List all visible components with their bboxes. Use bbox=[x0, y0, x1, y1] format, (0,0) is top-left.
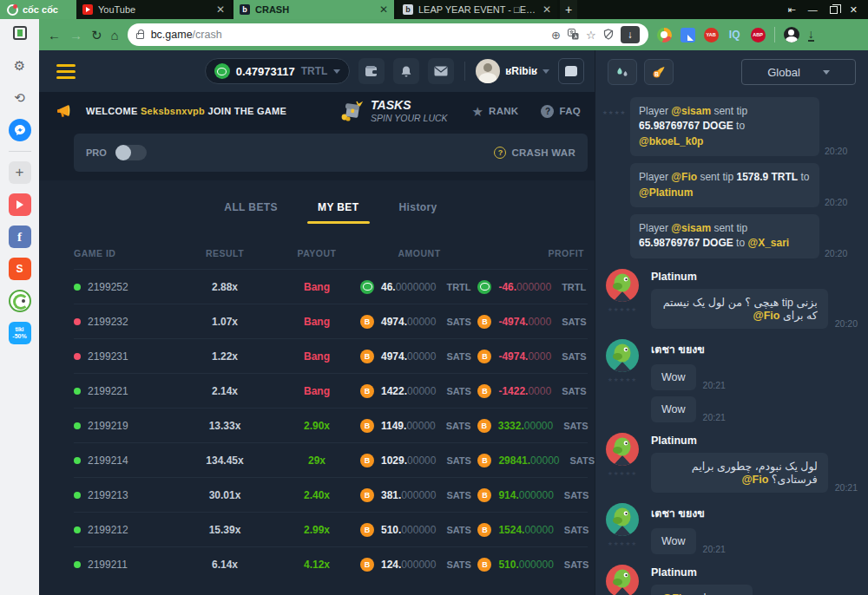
new-tab-button[interactable]: + bbox=[560, 0, 577, 19]
lock-icon[interactable] bbox=[136, 33, 144, 39]
chat-username[interactable]: Platinum bbox=[651, 566, 858, 579]
balance-selector[interactable]: 0.47973117 TRTL bbox=[205, 58, 351, 84]
chat-toggle-button[interactable] bbox=[558, 58, 584, 84]
zoom-page-icon[interactable]: ⊕ bbox=[551, 29, 561, 41]
tab-my-bet[interactable]: MY BET bbox=[318, 201, 359, 224]
bookmark-star-icon[interactable]: ☆ bbox=[586, 29, 596, 41]
avatar[interactable] bbox=[606, 339, 639, 372]
yab-extension-icon[interactable]: YAB bbox=[704, 28, 719, 42]
coccoc-shortcut-icon[interactable] bbox=[9, 290, 31, 312]
bet-table-row[interactable]: 2199252 2.88x Bang 46.0000000 TRTL -46.0… bbox=[74, 269, 588, 304]
game-id-cell: 2199219 bbox=[74, 420, 176, 432]
bet-table-row[interactable]: 2199214 134.45x 29x B 1029.00000 SATS B … bbox=[74, 442, 588, 477]
bet-table-row[interactable]: 2199231 1.22x Bang B 4974.00000 SATS B -… bbox=[74, 338, 588, 373]
translate-page-icon[interactable] bbox=[568, 29, 579, 42]
chat-messages: ★★★★★ Player @sisam sent tip 65.98769767… bbox=[595, 94, 868, 595]
downloads-icon[interactable]: ↓ bbox=[808, 28, 814, 42]
coin-icon: B bbox=[477, 488, 491, 502]
pro-toggle[interactable] bbox=[115, 145, 147, 160]
profile-icon[interactable] bbox=[784, 27, 799, 42]
game-id-cell: 2199231 bbox=[74, 350, 176, 363]
tip-sender[interactable]: @sisam bbox=[671, 222, 711, 234]
workspace-icon[interactable] bbox=[13, 26, 27, 40]
collapse-tabs-icon[interactable]: ⇤ bbox=[788, 5, 796, 15]
chat-mention[interactable]: @Fio bbox=[741, 474, 768, 486]
chat-bubble-row: بزنی tip هیچی ؟ من لول یک نیستم که برای … bbox=[651, 289, 858, 329]
avatar[interactable] bbox=[606, 565, 639, 595]
tip-recipient[interactable]: @bkoeL_k0p bbox=[639, 135, 703, 147]
tab-leap-year-event[interactable]: b LEAP YEAR EVENT - □Event - ✕ bbox=[397, 0, 557, 19]
tip-recipient[interactable]: @Platinum bbox=[639, 186, 693, 199]
chat-username[interactable]: เตชา ขยงข bbox=[651, 341, 858, 358]
iq-extension-icon[interactable]: IQ bbox=[727, 28, 742, 42]
home-icon[interactable]: ⌂ bbox=[111, 29, 119, 42]
translate-extension-icon[interactable] bbox=[681, 28, 695, 42]
game-id: 2199232 bbox=[88, 316, 128, 328]
tiki-shortcut-icon[interactable]: tiki-50% bbox=[9, 322, 31, 344]
megaphone-icon bbox=[56, 103, 74, 119]
bet-table-row[interactable]: 2199213 30.01x 2.40x B 381.000000 SATS B… bbox=[74, 477, 588, 512]
restore-icon[interactable] bbox=[830, 6, 838, 14]
tip-amount: 65.98769767 DOGE bbox=[639, 237, 733, 249]
adblock-extension-icon[interactable]: ABP bbox=[751, 28, 766, 42]
tab-history[interactable]: History bbox=[399, 201, 437, 224]
download-active-icon[interactable]: ↓ bbox=[621, 26, 640, 43]
chat-channel-select[interactable]: Global bbox=[741, 59, 856, 85]
shopee-shortcut-icon[interactable]: S bbox=[9, 258, 31, 280]
faq-button[interactable]: ? FAQ bbox=[541, 105, 581, 118]
chat-username[interactable]: Platinum bbox=[651, 271, 858, 283]
bet-table-row[interactable]: 2199211 6.14x 4.12x B 124.000000 SATS B … bbox=[74, 546, 588, 581]
tab-crash[interactable]: b CRASH ✕ bbox=[233, 0, 394, 19]
tasks-button[interactable]: TASKSSPIN YOUR LUCK bbox=[339, 99, 448, 122]
tab-youtube[interactable]: YouTube ✕ bbox=[76, 0, 231, 19]
forward-icon[interactable]: → bbox=[69, 29, 82, 42]
chat-bubble-row: مرسی بازم @Fio20:21 bbox=[651, 585, 858, 595]
bet-table-row[interactable]: 2199232 1.07x Bang B 4974.00000 SATS B -… bbox=[74, 304, 588, 338]
tip-sender[interactable]: @Fio bbox=[671, 171, 697, 183]
profit-dec: 00000 bbox=[524, 420, 553, 432]
rain-button[interactable] bbox=[608, 59, 637, 85]
message-time: 20:20 bbox=[825, 248, 847, 258]
tip-recipient[interactable]: @X_sari bbox=[747, 237, 789, 249]
messages-button[interactable] bbox=[428, 58, 454, 84]
coin-icon: B bbox=[360, 315, 374, 329]
chat-username[interactable]: Platinum bbox=[651, 435, 858, 447]
gear-icon[interactable]: ⚙ bbox=[9, 55, 31, 77]
tip-sender[interactable]: @sisam bbox=[671, 105, 711, 117]
wallet-button[interactable] bbox=[358, 58, 385, 84]
rank-button[interactable]: ★ RANK bbox=[472, 105, 519, 118]
close-tab-icon[interactable]: ✕ bbox=[379, 4, 388, 15]
tab-all-bets[interactable]: ALL BETS bbox=[224, 201, 278, 224]
back-icon[interactable]: ← bbox=[48, 29, 61, 42]
address-bar[interactable]: bc.game/crash ⊕ ☆ ↓ bbox=[128, 23, 648, 46]
coin-drop-button[interactable]: B bbox=[644, 59, 674, 85]
chat-mention[interactable]: @Fio bbox=[753, 310, 780, 322]
chat-username[interactable]: เตชา ขยงข bbox=[651, 505, 858, 522]
coccoc-logo[interactable]: cốc cốc bbox=[0, 0, 76, 19]
minimize-icon[interactable]: — bbox=[808, 5, 818, 15]
avatar[interactable] bbox=[606, 433, 639, 466]
close-tab-icon[interactable]: ✕ bbox=[216, 4, 225, 15]
coccoc-rewards-extension-icon[interactable] bbox=[657, 28, 672, 42]
add-shortcut-icon[interactable]: + bbox=[9, 161, 31, 184]
reload-icon[interactable]: ↻ bbox=[91, 29, 102, 42]
menu-hamburger-icon[interactable] bbox=[56, 64, 76, 79]
crash-war-link[interactable]: ? CRASH WAR bbox=[494, 147, 575, 159]
notifications-button[interactable] bbox=[393, 58, 419, 84]
bet-table-row[interactable]: 2199219 13.33x 2.90x B 1149.00000 SATS B… bbox=[74, 408, 588, 442]
messenger-icon[interactable] bbox=[9, 119, 31, 141]
youtube-shortcut-icon[interactable] bbox=[9, 193, 31, 216]
chat-user-message: ★★★★★ Platinum بزنی tip هیچی ؟ من لول یک… bbox=[602, 269, 858, 329]
close-window-icon[interactable]: ✕ bbox=[850, 5, 858, 15]
close-tab-icon[interactable]: ✕ bbox=[542, 4, 551, 15]
history-icon[interactable]: ⟲ bbox=[9, 87, 31, 109]
shield-icon[interactable] bbox=[603, 29, 614, 42]
facebook-shortcut-icon[interactable]: f bbox=[9, 226, 31, 248]
avatar[interactable] bbox=[606, 269, 639, 302]
chevron-down-icon bbox=[333, 69, 340, 74]
bet-table-row[interactable]: 2199221 2.14x Bang B 1422.00000 SATS B -… bbox=[74, 373, 588, 408]
user-menu[interactable]: ʁRibiʁ bbox=[476, 59, 549, 83]
amount-int: 46. bbox=[381, 281, 396, 293]
bet-table-row[interactable]: 2199212 15.39x 2.99x B 510.000000 SATS B… bbox=[74, 512, 588, 546]
avatar[interactable] bbox=[606, 503, 639, 536]
